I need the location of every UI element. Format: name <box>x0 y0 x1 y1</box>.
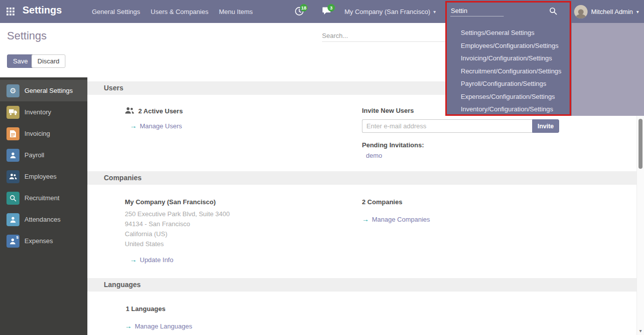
company-switcher[interactable]: My Company (San Francisco) ▾ <box>344 0 436 23</box>
arrow-right-icon: → <box>362 215 369 223</box>
pending-user-link[interactable]: demo <box>362 152 637 159</box>
search-result-item[interactable]: Invoicing/Configuration/Settings <box>447 52 572 65</box>
search-result-item[interactable]: Payroll/Configuration/Settings <box>447 77 572 90</box>
expense-person-icon: $ <box>6 235 19 248</box>
sidebar-item-general-settings[interactable]: ⚙ General Settings <box>0 80 87 101</box>
companies-left-column: My Company (San Francisco) 250 Executive… <box>87 185 362 274</box>
top-navbar: Settings General Settings Users & Compan… <box>0 0 644 23</box>
navbar-menu: General Settings Users & Companies Menu … <box>92 0 253 23</box>
menu-search-input[interactable] <box>450 4 504 16</box>
search-result-item[interactable]: Employees/Configuration/Settings <box>447 39 572 52</box>
sidebar-item-label: Attendances <box>24 216 60 223</box>
search-result-item[interactable]: Recruitment/Configuration/Settings <box>447 65 572 78</box>
manage-users-link[interactable]: → Manage Users <box>125 122 362 130</box>
active-users-count: 2 Active Users <box>138 107 183 115</box>
users-left-column: 2 Active Users → Manage Users <box>87 95 362 167</box>
company-address: 250 Executive Park Blvd, Suite 3400 9413… <box>125 209 362 249</box>
sidebar-item-label: Recruitment <box>24 194 59 202</box>
avatar <box>574 5 588 18</box>
scroll-down-arrow-icon[interactable]: ▾ <box>637 328 644 334</box>
save-button[interactable]: Save <box>7 54 34 68</box>
scrollbar-thumb[interactable] <box>639 119 643 169</box>
messages-button[interactable]: 3 <box>322 6 331 16</box>
company-name: My Company (San Francisco) <box>344 8 430 15</box>
sidebar-item-recruitment[interactable]: Recruitment <box>0 187 87 209</box>
update-info-link[interactable]: → Update Info <box>125 256 362 264</box>
secondary-dropdown-panel <box>572 23 644 116</box>
manage-companies-label: Manage Companies <box>372 216 430 223</box>
arrow-right-icon: → <box>130 256 137 264</box>
magnifier-icon <box>6 192 19 205</box>
invite-email-input[interactable] <box>362 119 532 133</box>
sidebar-item-label: Employees <box>24 173 56 180</box>
search-result-item[interactable]: Settings/General Settings <box>447 26 572 39</box>
gear-icon: ⚙ <box>6 84 19 97</box>
apps-menu-icon[interactable] <box>6 7 14 15</box>
user-menu[interactable]: Mitchell Admin ▾ <box>574 0 639 23</box>
app-title[interactable]: Settings <box>22 4 62 16</box>
menu-users-companies[interactable]: Users & Companies <box>151 8 209 15</box>
sidebar-item-expenses[interactable]: $ Expenses <box>0 230 87 252</box>
caret-down-icon: ▾ <box>433 9 436 14</box>
company-name-label: My Company (San Francisco) <box>125 198 362 206</box>
search-result-item[interactable]: Inventory/Configuration/Settings <box>447 103 572 116</box>
companies-right-column: 2 Companies → Manage Companies <box>362 185 637 274</box>
section-companies: My Company (San Francisco) 250 Executive… <box>87 185 637 274</box>
sidebar-item-label: Inventory <box>24 108 51 116</box>
arrow-right-icon: → <box>130 122 137 130</box>
sidebar-item-label: Invoicing <box>24 130 50 137</box>
companies-count: 2 Companies <box>362 198 637 206</box>
attendance-person-icon <box>6 213 19 226</box>
sidebar-item-label: General Settings <box>24 87 73 94</box>
settings-sidebar: ⚙ General Settings Inventory Invoicing P… <box>0 77 87 335</box>
payroll-person-icon <box>6 149 19 162</box>
sidebar-item-inventory[interactable]: Inventory <box>0 101 87 123</box>
sidebar-item-label: Payroll <box>24 151 44 159</box>
section-languages: 1 Languages → Manage Languages <box>87 292 637 330</box>
settings-page: Settings General Settings Users & Compan… <box>0 0 644 335</box>
users-icon <box>125 107 134 115</box>
caret-down-icon: ▾ <box>637 9 639 14</box>
pending-invitations-label: Pending Invitations: <box>362 141 637 149</box>
section-header-companies: Companies <box>87 171 637 185</box>
activities-button[interactable]: 18 <box>295 6 304 17</box>
languages-left-column: 1 Languages → Manage Languages <box>87 292 362 330</box>
address-line: 94134 - San Francisco <box>125 219 362 229</box>
dollar-glyph: $ <box>16 235 18 240</box>
activities-badge: 18 <box>300 4 308 11</box>
breadcrumb: Settings <box>7 29 47 42</box>
search-result-item[interactable]: Expenses/Configuration/Settings <box>447 90 572 103</box>
address-line: United States <box>125 239 362 249</box>
manage-companies-link[interactable]: → Manage Companies <box>362 215 637 223</box>
truck-icon <box>6 106 19 119</box>
manage-languages-label: Manage Languages <box>135 323 192 330</box>
section-header-languages: Languages <box>87 278 637 292</box>
update-info-label: Update Info <box>140 256 173 264</box>
sidebar-item-invoicing[interactable]: Invoicing <box>0 123 87 144</box>
address-line: 250 Executive Park Blvd, Suite 3400 <box>125 209 362 219</box>
sidebar-item-employees[interactable]: Employees <box>0 166 87 187</box>
sidebar-item-attendances[interactable]: Attendances <box>0 209 87 230</box>
languages-count: 1 Languages <box>125 305 362 313</box>
arrow-right-icon: → <box>125 322 132 330</box>
messages-badge: 3 <box>327 4 335 11</box>
invite-button[interactable]: Invite <box>532 119 559 133</box>
manage-users-label: Manage Users <box>140 122 182 130</box>
people-icon <box>6 170 19 183</box>
manage-languages-link[interactable]: → Manage Languages <box>125 322 362 330</box>
menu-search-dropdown: Settings/General Settings Employees/Conf… <box>447 23 572 116</box>
invoice-icon <box>6 127 19 140</box>
sidebar-item-label: Expenses <box>24 237 53 245</box>
search-icon[interactable] <box>549 7 557 16</box>
address-line: California (US) <box>125 229 362 239</box>
search-input[interactable] <box>322 30 446 42</box>
menu-search <box>450 4 559 19</box>
menu-menu-items[interactable]: Menu Items <box>219 8 253 15</box>
menu-general-settings[interactable]: General Settings <box>92 8 140 15</box>
discard-button[interactable]: Discard <box>31 54 65 68</box>
sidebar-item-payroll[interactable]: Payroll <box>0 144 87 166</box>
user-name: Mitchell Admin <box>591 8 633 15</box>
settings-content: Users 2 Active Users → Manage Users Invi… <box>87 77 637 335</box>
